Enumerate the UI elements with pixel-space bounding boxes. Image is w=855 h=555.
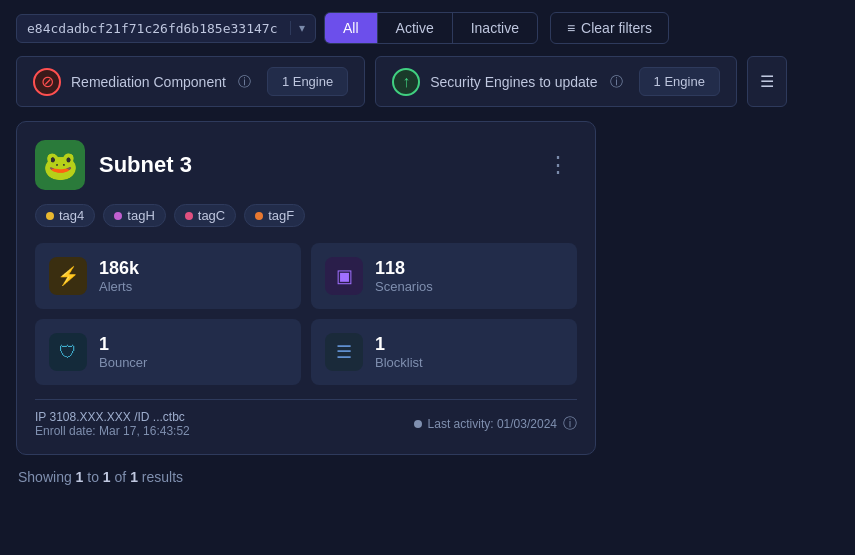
scenarios-info: 118 Scenarios xyxy=(375,258,433,294)
security-engine-badge: 1 Engine xyxy=(639,67,720,96)
subnet-card: 🐸 Subnet 3 ⋮ tag4 tagH tagC tagF xyxy=(16,121,596,455)
blocklist-label: Blocklist xyxy=(375,355,423,370)
tag-tag4[interactable]: tag4 xyxy=(35,204,95,227)
blocklist-icon: ☰ xyxy=(325,333,363,371)
chat-icon: ☰ xyxy=(760,72,774,91)
blocklist-value: 1 xyxy=(375,334,423,355)
filter-active-button[interactable]: Active xyxy=(377,13,452,43)
summary-bar: ⊘ Remediation Component ⓘ 1 Engine ↑ Sec… xyxy=(16,56,839,107)
blocklist-info: 1 Blocklist xyxy=(375,334,423,370)
card-activity: Last activity: 01/03/2024 ⓘ xyxy=(414,415,577,433)
remediation-label: Remediation Component xyxy=(71,74,226,90)
search-value: e84cdadbcf21f71c26fd6b185e33147c xyxy=(27,21,282,36)
results-to: to xyxy=(83,469,102,485)
remediation-summary: ⊘ Remediation Component ⓘ 1 Engine xyxy=(16,56,365,107)
card-menu-button[interactable]: ⋮ xyxy=(539,148,577,182)
tag-tagf[interactable]: tagF xyxy=(244,204,305,227)
bouncer-stat: 🛡 1 Bouncer xyxy=(35,319,301,385)
card-ip-section: IP 3108.XXX.XXX /ID ...ctbc Enroll date:… xyxy=(35,410,190,438)
results-suffix: results xyxy=(138,469,183,485)
tagf-dot xyxy=(255,212,263,220)
chat-icon-button[interactable]: ☰ xyxy=(747,56,787,107)
security-label: Security Engines to update xyxy=(430,74,597,90)
tag-tagc[interactable]: tagC xyxy=(174,204,236,227)
security-info-icon[interactable]: ⓘ xyxy=(610,73,623,91)
remediation-icon: ⊘ xyxy=(33,68,61,96)
search-chevron-icon[interactable]: ▾ xyxy=(290,21,305,35)
filter-icon: ≡ xyxy=(567,20,575,36)
tagc-dot xyxy=(185,212,193,220)
remediation-engine-badge: 1 Engine xyxy=(267,67,348,96)
scenarios-value: 118 xyxy=(375,258,433,279)
filter-buttons-group: All Active Inactive xyxy=(324,12,538,44)
activity-text: Last activity: 01/03/2024 xyxy=(428,417,557,431)
filter-inactive-button[interactable]: Inactive xyxy=(452,13,537,43)
avatar-emoji: 🐸 xyxy=(43,149,78,182)
tag4-dot xyxy=(46,212,54,220)
card-footer: IP 3108.XXX.XXX /ID ...ctbc Enroll date:… xyxy=(35,399,577,438)
security-update-icon: ↑ xyxy=(392,68,420,96)
clear-filters-button[interactable]: ≡ Clear filters xyxy=(550,12,669,44)
results-text: Showing 1 to 1 of 1 results xyxy=(16,469,839,485)
top-bar: e84cdadbcf21f71c26fd6b185e33147c ▾ All A… xyxy=(16,12,839,44)
card-enroll-date: Enroll date: Mar 17, 16:43:52 xyxy=(35,424,190,438)
blocklist-stat: ☰ 1 Blocklist xyxy=(311,319,577,385)
bouncer-label: Bouncer xyxy=(99,355,147,370)
bouncer-info: 1 Bouncer xyxy=(99,334,147,370)
tagc-label: tagC xyxy=(198,208,225,223)
remediation-info-icon[interactable]: ⓘ xyxy=(238,73,251,91)
security-summary: ↑ Security Engines to update ⓘ 1 Engine xyxy=(375,56,737,107)
activity-dot xyxy=(414,420,422,428)
bouncer-value: 1 xyxy=(99,334,147,355)
tags-row: tag4 tagH tagC tagF xyxy=(35,204,577,227)
stats-grid: ⚡ 186k Alerts ▣ 118 Scenarios 🛡 1 Bo xyxy=(35,243,577,385)
alerts-value: 186k xyxy=(99,258,139,279)
activity-info-icon[interactable]: ⓘ xyxy=(563,415,577,433)
filter-all-button[interactable]: All xyxy=(325,13,377,43)
tag-tagh[interactable]: tagH xyxy=(103,204,165,227)
results-total: 1 xyxy=(130,469,138,485)
alerts-info: 186k Alerts xyxy=(99,258,139,294)
tag4-label: tag4 xyxy=(59,208,84,223)
alerts-icon: ⚡ xyxy=(49,257,87,295)
alerts-label: Alerts xyxy=(99,279,139,294)
bouncer-icon: 🛡 xyxy=(49,333,87,371)
card-avatar: 🐸 xyxy=(35,140,85,190)
results-prefix: Showing xyxy=(18,469,76,485)
card-header: 🐸 Subnet 3 ⋮ xyxy=(35,140,577,190)
tagh-dot xyxy=(114,212,122,220)
results-range-end: 1 xyxy=(103,469,111,485)
card-title: Subnet 3 xyxy=(99,152,539,178)
tagf-label: tagF xyxy=(268,208,294,223)
card-ip: IP 3108.XXX.XXX /ID ...ctbc xyxy=(35,410,190,424)
alerts-stat: ⚡ 186k Alerts xyxy=(35,243,301,309)
results-of: of xyxy=(111,469,130,485)
scenarios-stat: ▣ 118 Scenarios xyxy=(311,243,577,309)
tagh-label: tagH xyxy=(127,208,154,223)
scenarios-icon: ▣ xyxy=(325,257,363,295)
search-container: e84cdadbcf21f71c26fd6b185e33147c ▾ xyxy=(16,14,316,43)
scenarios-label: Scenarios xyxy=(375,279,433,294)
